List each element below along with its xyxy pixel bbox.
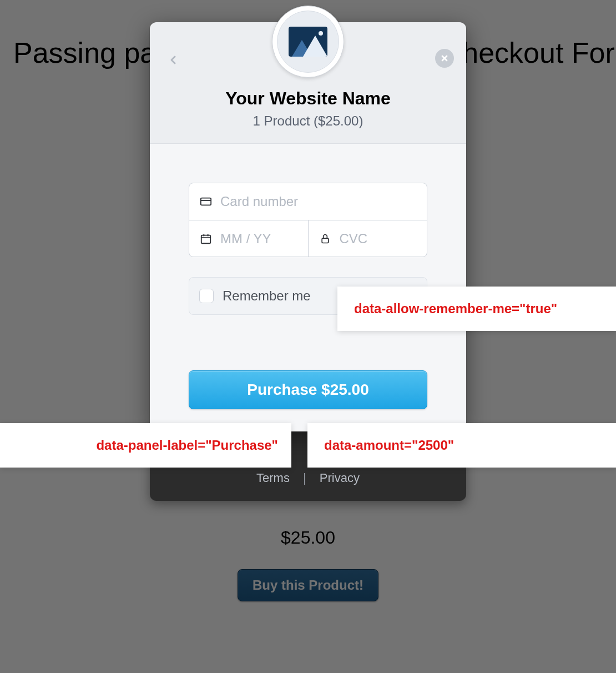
- image-placeholder-icon: [289, 27, 327, 57]
- terms-link[interactable]: Terms: [246, 471, 300, 485]
- lock-icon: [319, 232, 332, 245]
- credit-card-icon: [199, 195, 213, 208]
- card-fieldset: [189, 183, 427, 257]
- annotation-amount: data-amount="2500": [307, 423, 616, 468]
- merchant-avatar: [272, 6, 344, 78]
- expiry-input[interactable]: [220, 231, 298, 247]
- merchant-name: Your Website Name: [166, 88, 450, 109]
- svg-rect-2: [201, 198, 211, 205]
- card-number-input[interactable]: [220, 194, 417, 209]
- remember-me-label[interactable]: Remember me: [223, 288, 311, 304]
- svg-rect-8: [322, 238, 329, 243]
- close-button[interactable]: [435, 49, 454, 68]
- order-summary: 1 Product ($25.00): [166, 113, 450, 129]
- remember-me-checkbox[interactable]: [199, 289, 214, 303]
- calendar-icon: [199, 232, 213, 245]
- annotation-panel-label: data-panel-label="Purchase": [0, 423, 291, 468]
- svg-rect-4: [201, 235, 211, 243]
- purchase-button[interactable]: Purchase $25.00: [189, 370, 427, 409]
- close-icon: [440, 54, 449, 63]
- checkout-modal: Your Website Name 1 Product ($25.00): [150, 22, 466, 431]
- cvc-input[interactable]: [340, 231, 417, 247]
- footer-separator: |: [303, 471, 306, 485]
- back-button[interactable]: [162, 49, 184, 71]
- chevron-left-icon: [166, 53, 180, 67]
- annotation-remember-me: data-allow-remember-me="true": [337, 287, 616, 331]
- privacy-link[interactable]: Privacy: [310, 471, 370, 485]
